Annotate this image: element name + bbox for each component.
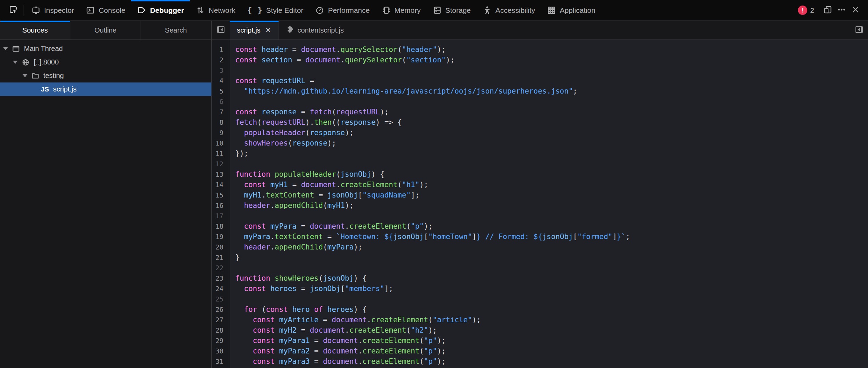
code-line-3[interactable]: 3	[212, 65, 868, 76]
line-number[interactable]: 27	[212, 315, 227, 325]
code-line-9[interactable]: 9 populateHeader(response);	[212, 128, 868, 138]
line-source: const myPara2 = document.createElement("…	[227, 346, 446, 356]
node-picker-button[interactable]	[4, 0, 22, 20]
code-line-1[interactable]: 1const header = document.querySelector("…	[212, 44, 868, 55]
line-number[interactable]: 2	[212, 55, 227, 65]
line-number[interactable]: 11	[212, 148, 227, 159]
code-line-20[interactable]: 20 header.appendChild(myPara);	[212, 242, 868, 252]
code-line-28[interactable]: 28 const myH2 = document.createElement("…	[212, 325, 868, 335]
line-number[interactable]: 10	[212, 138, 227, 148]
code-line-19[interactable]: 19 myPara.textContent = `Hometown: ${jso…	[212, 231, 868, 242]
code-line-7[interactable]: 7const response = fetch(requestURL);	[212, 107, 868, 117]
code-line-8[interactable]: 8fetch(requestURL).then((response) => {	[212, 117, 868, 128]
responsive-design-mode-button[interactable]	[821, 3, 835, 17]
panel-tab-label: Console	[99, 6, 125, 15]
code-line-25[interactable]: 25	[212, 294, 868, 304]
code-line-24[interactable]: 24 const heroes = jsonObj["members"];	[212, 283, 868, 294]
source-tree-item-main-thread[interactable]: Main Thread	[0, 42, 211, 55]
expand-arrow-icon[interactable]	[22, 74, 28, 77]
panel-tab-network[interactable]: Network	[190, 0, 241, 20]
source-tree-item-testing[interactable]: testing	[0, 69, 211, 82]
panel-tab-style-editor[interactable]: { }Style Editor	[241, 0, 309, 20]
line-number[interactable]: 8	[212, 117, 227, 128]
line-number[interactable]: 16	[212, 200, 227, 211]
code-line-4[interactable]: 4const requestURL =	[212, 76, 868, 86]
close-devtools-button[interactable]	[849, 3, 862, 17]
line-number[interactable]: 22	[212, 263, 227, 273]
line-number[interactable]: 5	[212, 86, 227, 96]
line-number[interactable]: 6	[212, 96, 227, 107]
line-number[interactable]: 24	[212, 283, 227, 294]
line-number[interactable]: 3	[212, 65, 227, 76]
collapse-sources-pane-button[interactable]	[212, 21, 230, 40]
line-source: myH1.textContent = jsonObj["squadName"];	[227, 190, 419, 200]
code-line-5[interactable]: 5 "https://mdn.github.io/learning-area/j…	[212, 86, 868, 96]
code-line-12[interactable]: 12	[212, 159, 868, 169]
code-line-21[interactable]: 21}	[212, 252, 868, 263]
sources-pane-tab-search[interactable]: Search	[141, 21, 211, 40]
code-line-6[interactable]: 6	[212, 96, 868, 107]
line-number[interactable]: 4	[212, 76, 227, 86]
expand-arrow-icon[interactable]	[12, 61, 18, 64]
source-tree-item-script.js[interactable]: JSscript.js	[0, 82, 211, 96]
code-line-22[interactable]: 22	[212, 263, 868, 273]
line-number[interactable]: 30	[212, 346, 227, 356]
close-tab-icon[interactable]: ✕	[265, 26, 271, 34]
code-line-16[interactable]: 16 header.appendChild(myH1);	[212, 200, 868, 211]
line-number[interactable]: 7	[212, 107, 227, 117]
panel-tab-accessibility[interactable]: Accessibility	[477, 0, 541, 20]
code-line-29[interactable]: 29 const myPara1 = document.createElemen…	[212, 335, 868, 346]
line-source: const response = fetch(requestURL);	[227, 107, 389, 117]
line-number[interactable]: 31	[212, 356, 227, 367]
collapse-right-pane-button[interactable]	[850, 21, 868, 40]
panel-tab-console[interactable]: Console	[80, 0, 131, 20]
code-line-13[interactable]: 13function populateHeader(jsonObj) {	[212, 169, 868, 179]
line-number[interactable]: 18	[212, 221, 227, 231]
console-icon	[86, 6, 95, 15]
panel-tab-debugger[interactable]: Debugger	[131, 0, 190, 20]
panel-tab-storage[interactable]: Storage	[427, 0, 477, 20]
code-line-23[interactable]: 23function showHeroes(jsonObj) {	[212, 273, 868, 283]
line-number[interactable]: 1	[212, 44, 227, 55]
code-line-10[interactable]: 10 showHeroes(response);	[212, 138, 868, 148]
devtools-menu-button[interactable]	[835, 3, 849, 17]
code-editor[interactable]: 1const header = document.querySelector("…	[212, 40, 868, 368]
line-number[interactable]: 13	[212, 169, 227, 179]
line-number[interactable]: 26	[212, 304, 227, 315]
error-badge[interactable]: ! 2	[798, 6, 814, 15]
line-number[interactable]: 15	[212, 190, 227, 200]
code-line-2[interactable]: 2const section = document.querySelector(…	[212, 55, 868, 65]
file-tab-contentscript.js[interactable]: contentscript.js	[279, 21, 351, 40]
panel-tab-application[interactable]: Application	[541, 0, 601, 20]
code-line-26[interactable]: 26 for (const hero of heroes) {	[212, 304, 868, 315]
line-number[interactable]: 23	[212, 273, 227, 283]
line-number[interactable]: 14	[212, 179, 227, 190]
line-number[interactable]: 25	[212, 294, 227, 304]
source-tree-item--8000[interactable]: [::]:8000	[0, 55, 211, 69]
line-number[interactable]: 12	[212, 159, 227, 169]
code-line-14[interactable]: 14 const myH1 = document.createElement("…	[212, 179, 868, 190]
panel-tab-memory[interactable]: Memory	[376, 0, 427, 20]
code-line-15[interactable]: 15 myH1.textContent = jsonObj["squadName…	[212, 190, 868, 200]
code-line-11[interactable]: 11});	[212, 148, 868, 159]
line-number[interactable]: 28	[212, 325, 227, 335]
debugger-icon	[137, 6, 146, 15]
file-tab-script.js[interactable]: script.js✕	[230, 21, 279, 40]
panel-tab-performance[interactable]: Performance	[309, 0, 375, 20]
code-line-17[interactable]: 17	[212, 211, 868, 221]
line-number[interactable]: 21	[212, 252, 227, 263]
code-line-30[interactable]: 30 const myPara2 = document.createElemen…	[212, 346, 868, 356]
code-line-27[interactable]: 27 const myArticle = document.createElem…	[212, 315, 868, 325]
line-source	[227, 294, 235, 304]
sources-pane-tab-outline[interactable]: Outline	[70, 21, 141, 40]
line-number[interactable]: 19	[212, 231, 227, 242]
line-number[interactable]: 29	[212, 335, 227, 346]
sources-pane-tab-sources[interactable]: Sources	[0, 21, 70, 40]
line-number[interactable]: 20	[212, 242, 227, 252]
line-number[interactable]: 17	[212, 211, 227, 221]
panel-tab-inspector[interactable]: Inspector	[25, 0, 80, 20]
expand-arrow-icon[interactable]	[3, 47, 8, 50]
code-line-31[interactable]: 31 const myPara3 = document.createElemen…	[212, 356, 868, 367]
line-number[interactable]: 9	[212, 128, 227, 138]
code-line-18[interactable]: 18 const myPara = document.createElement…	[212, 221, 868, 231]
